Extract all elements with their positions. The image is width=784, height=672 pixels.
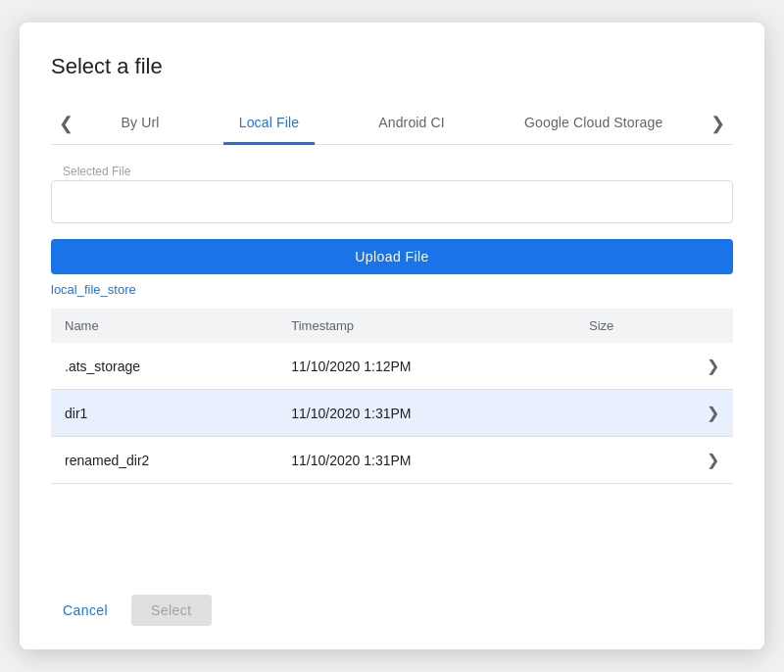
col-timestamp-header: Timestamp <box>277 309 575 343</box>
tab-android-ci[interactable]: Android CI <box>363 103 461 145</box>
cancel-button[interactable]: Cancel <box>51 595 120 626</box>
row-chevron-icon[interactable]: ❯ <box>693 343 733 390</box>
col-name-header: Name <box>51 309 277 343</box>
file-name-cell: dir1 <box>51 390 277 437</box>
row-chevron-icon[interactable]: ❯ <box>693 437 733 484</box>
table-row[interactable]: .ats_storage11/10/2020 1:12PM❯ <box>51 343 733 390</box>
col-chevron-header <box>693 309 733 343</box>
table-row[interactable]: dir111/10/2020 1:31PM❯ <box>51 390 733 437</box>
file-table: Name Timestamp Size .ats_storage11/10/20… <box>51 309 733 484</box>
row-chevron-icon[interactable]: ❯ <box>693 390 733 437</box>
file-name-cell: .ats_storage <box>51 343 277 390</box>
file-size-cell <box>575 437 693 484</box>
tabs-next-button[interactable]: ❯ <box>703 109 733 138</box>
tabs-row: ❮ By UrlLocal FileAndroid CIGoogle Cloud… <box>51 103 733 145</box>
tab-by-url[interactable]: By Url <box>106 103 175 145</box>
file-size-cell <box>575 343 693 390</box>
table-header: Name Timestamp Size <box>51 309 733 343</box>
col-size-header: Size <box>575 309 693 343</box>
selected-file-input[interactable] <box>51 180 733 223</box>
table-body: .ats_storage11/10/2020 1:12PM❯dir111/10/… <box>51 343 733 484</box>
dialog-footer: Cancel Select <box>51 579 733 626</box>
tabs-container: By UrlLocal FileAndroid CIGoogle Cloud S… <box>81 103 703 144</box>
select-button[interactable]: Select <box>131 595 211 626</box>
file-timestamp-cell: 11/10/2020 1:12PM <box>277 343 575 390</box>
upload-file-button[interactable]: Upload File <box>51 239 733 274</box>
file-timestamp-cell: 11/10/2020 1:31PM <box>277 390 575 437</box>
dialog-title: Select a file <box>51 54 733 79</box>
file-select-dialog: Select a file ❮ By UrlLocal FileAndroid … <box>20 23 764 649</box>
file-store-link[interactable]: local_file_store <box>51 282 733 297</box>
table-row[interactable]: renamed_dir211/10/2020 1:31PM❯ <box>51 437 733 484</box>
selected-file-label: Selected File <box>51 165 733 178</box>
tabs-prev-button[interactable]: ❮ <box>51 109 81 138</box>
file-timestamp-cell: 11/10/2020 1:31PM <box>277 437 575 484</box>
tab-google-cloud-storage[interactable]: Google Cloud Storage <box>509 103 678 145</box>
tab-local-file[interactable]: Local File <box>223 103 315 145</box>
file-size-cell <box>575 390 693 437</box>
file-name-cell: renamed_dir2 <box>51 437 277 484</box>
